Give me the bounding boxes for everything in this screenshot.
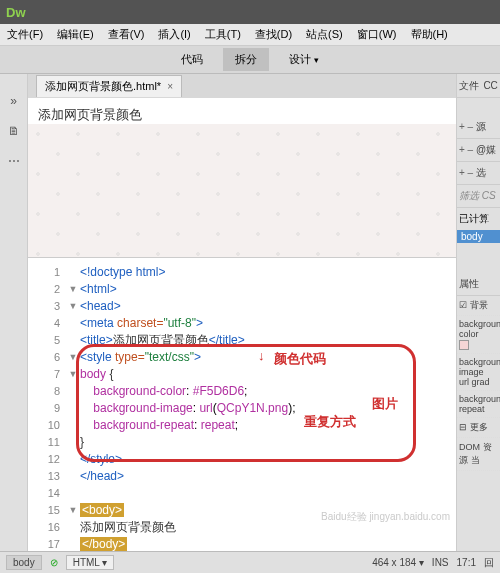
preview-title: 添加网页背景颜色 [38, 106, 142, 124]
encoding[interactable]: 回 [484, 556, 494, 570]
prop-bgcolor[interactable]: background-color [457, 316, 500, 354]
code-editor[interactable]: ↓ 颜色代码 图片 重复方式 Baidu经验 jingyan.baidu.com… [28, 258, 456, 551]
view-toolbar: 代码 拆分 设计 [0, 46, 500, 74]
breadcrumb-body[interactable]: body [6, 555, 42, 570]
prop-bgrepeat[interactable]: background-repeat [457, 391, 500, 418]
preview-background [28, 124, 456, 257]
code-line[interactable]: 4<meta charset="utf-8"> [28, 315, 456, 332]
prop-bg-group: ☑ 背景 [457, 296, 500, 316]
code-line[interactable]: 15▼<body> [28, 502, 456, 519]
menu-file[interactable]: 文件(F) [0, 27, 50, 42]
close-icon[interactable]: × [167, 81, 173, 92]
status-ok-icon: ⊘ [50, 557, 58, 568]
code-line[interactable]: 14 [28, 485, 456, 502]
status-bar: body ⊘ HTML ▾ 464 x 184 ▾ INS 17:1 回 [0, 551, 500, 573]
code-line[interactable]: 5<title>添加网页背景颜色</title> [28, 332, 456, 349]
cursor-pos: 17:1 [457, 557, 476, 568]
view-split[interactable]: 拆分 [223, 48, 269, 71]
more-link[interactable]: ⊟ 更多 [457, 418, 500, 438]
code-line[interactable]: 3▼<head> [28, 298, 456, 315]
menu-find[interactable]: 查找(D) [248, 27, 299, 42]
tab-cc[interactable]: CC [483, 80, 497, 91]
menu-tools[interactable]: 工具(T) [198, 27, 248, 42]
document-tab[interactable]: 添加网页背景颜色.html* × [36, 75, 182, 97]
bottom-tabs[interactable]: DOM 资源 当 [457, 438, 500, 471]
code-line[interactable]: 2▼<html> [28, 281, 456, 298]
left-toolbar: » 🗎 ⋯ [0, 74, 28, 551]
titlebar: Dw [0, 0, 500, 24]
tool-collapse-icon[interactable]: » [6, 94, 22, 110]
menu-edit[interactable]: 编辑(E) [50, 27, 101, 42]
insert-mode[interactable]: INS [432, 557, 449, 568]
lang-selector[interactable]: HTML ▾ [66, 555, 115, 570]
code-line[interactable]: 7▼body { [28, 366, 456, 383]
menu-insert[interactable]: 插入(I) [151, 27, 197, 42]
view-code[interactable]: 代码 [169, 48, 215, 71]
computed-label: 已计算 [457, 208, 500, 230]
selector-body[interactable]: body [457, 230, 500, 243]
code-line[interactable]: 1<!doctype html> [28, 264, 456, 281]
menubar: 文件(F) 编辑(E) 查看(V) 插入(I) 工具(T) 查找(D) 站点(S… [0, 24, 500, 46]
code-line[interactable]: 6▼<style type="text/css"> [28, 349, 456, 366]
code-line[interactable]: 11} [28, 434, 456, 451]
code-line[interactable]: 8 background-color: #F5D6D6; [28, 383, 456, 400]
viewport-dims: 464 x 184 ▾ [372, 557, 424, 568]
tool-file-icon[interactable]: 🗎 [6, 124, 22, 140]
menu-site[interactable]: 站点(S) [299, 27, 350, 42]
prop-bgimage[interactable]: background-imageurl grad [457, 354, 500, 391]
tab-title: 添加网页背景颜色.html* [45, 79, 161, 94]
code-line[interactable]: 9 background-image: url(QCpY1N.png); [28, 400, 456, 417]
live-preview: 添加网页背景颜色 [28, 98, 456, 258]
section-media[interactable]: + – @媒 [457, 139, 500, 162]
properties-header: 属性 [457, 273, 500, 296]
filter-hint: 筛选 CS [457, 185, 500, 208]
right-tabs: 文件 CC [457, 74, 500, 98]
menu-view[interactable]: 查看(V) [101, 27, 152, 42]
tab-files[interactable]: 文件 [459, 79, 479, 93]
section-sources[interactable]: + – 源 [457, 116, 500, 139]
menu-window[interactable]: 窗口(W) [350, 27, 404, 42]
menu-help[interactable]: 帮助(H) [404, 27, 455, 42]
tool-more-icon[interactable]: ⋯ [6, 154, 22, 170]
app-logo: Dw [6, 5, 26, 20]
code-line[interactable]: 10 background-repeat: repeat; [28, 417, 456, 434]
document-tabs: 添加网页背景颜色.html* × [28, 74, 456, 98]
view-design[interactable]: 设计 [277, 48, 331, 71]
code-line[interactable]: 12</style> [28, 451, 456, 468]
code-line[interactable]: 17</body> [28, 536, 456, 551]
section-selectors[interactable]: + – 选 [457, 162, 500, 185]
code-line[interactable]: 13</head> [28, 468, 456, 485]
right-panel: 文件 CC + – 源 + – @媒 + – 选 筛选 CS 已计算 body … [456, 74, 500, 551]
code-line[interactable]: 16添加网页背景颜色 [28, 519, 456, 536]
